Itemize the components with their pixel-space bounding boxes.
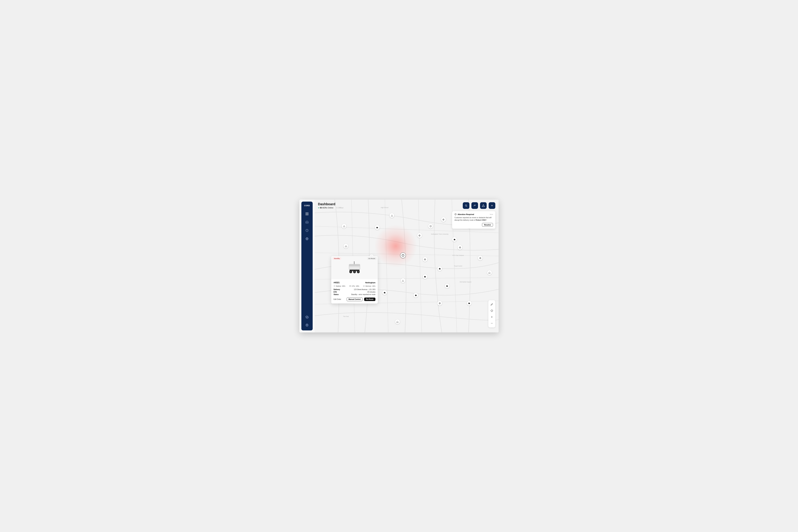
svg-rect-35 xyxy=(469,302,469,303)
map-home-marker[interactable] xyxy=(487,270,492,275)
svg-rect-56 xyxy=(349,264,360,266)
svg-point-71 xyxy=(491,310,493,312)
svg-rect-1 xyxy=(307,213,308,214)
nav-dashboard[interactable] xyxy=(305,211,309,216)
inbox-icon xyxy=(305,221,309,224)
svg-point-37 xyxy=(415,296,416,296)
svg-point-14 xyxy=(377,228,378,228)
route-icon xyxy=(473,204,476,207)
edit-order-link[interactable]: Edit Order xyxy=(334,298,341,300)
svg-point-9 xyxy=(465,205,467,206)
map-robot-marker[interactable] xyxy=(437,266,442,271)
svg-point-58 xyxy=(354,261,355,262)
svg-point-45 xyxy=(446,286,447,287)
robot-id: #4321 xyxy=(334,281,340,284)
map-robot-marker[interactable] xyxy=(382,290,387,295)
svg-point-8 xyxy=(307,324,307,325)
crosshair-icon xyxy=(490,309,493,312)
status-row: ●60 ADRs Online 5 Offline xyxy=(318,207,343,209)
notification-header: Attention Required Now xyxy=(454,213,493,215)
page-header: Dashboard ●60 ADRs Online 5 Offline xyxy=(318,202,343,209)
svg-rect-24 xyxy=(424,276,426,277)
gear-icon xyxy=(305,316,309,319)
map-tools xyxy=(488,300,495,327)
minus-icon xyxy=(490,322,493,325)
locate-tool[interactable] xyxy=(490,308,494,313)
map-package-marker[interactable] xyxy=(428,224,433,228)
alert-icon xyxy=(401,254,404,257)
svg-point-46 xyxy=(447,286,448,287)
online-dot-icon: ● xyxy=(318,207,319,209)
map-alert-marker[interactable] xyxy=(400,252,406,258)
nav-history[interactable] xyxy=(305,228,309,233)
nav-secondary xyxy=(305,315,309,327)
svg-point-25 xyxy=(424,277,425,278)
map-depot-marker[interactable] xyxy=(437,301,442,305)
svg-rect-69 xyxy=(350,286,350,286)
grid-icon xyxy=(305,212,309,215)
nav-globe[interactable] xyxy=(305,236,309,241)
map-depot-marker[interactable] xyxy=(458,245,462,250)
map-robot-marker[interactable] xyxy=(414,293,418,298)
map-robot-marker[interactable] xyxy=(467,301,472,305)
stat-online: ●60 ADRs Online xyxy=(318,207,334,209)
plus-icon xyxy=(490,316,493,319)
svg-rect-16 xyxy=(454,239,455,240)
eta-value: 20 minutes xyxy=(344,291,376,293)
svg-point-13 xyxy=(377,228,377,228)
svg-point-61 xyxy=(350,271,352,272)
search-button[interactable] xyxy=(463,202,470,209)
route-button[interactable] xyxy=(471,202,478,209)
nav-account[interactable] xyxy=(305,323,309,327)
warning-icon xyxy=(482,204,485,207)
svg-point-63 xyxy=(354,271,355,272)
reroute-button[interactable]: Re-Route xyxy=(364,298,376,301)
svg-rect-28 xyxy=(439,268,440,269)
main-area: Dashboard ●60 ADRs Online 5 Offline Atte… xyxy=(315,200,499,332)
svg-rect-43 xyxy=(384,292,384,292)
svg-rect-66 xyxy=(334,286,335,286)
svg-point-18 xyxy=(455,240,455,241)
map-robot-marker[interactable] xyxy=(445,284,450,288)
status-value: Standby - error reported en route xyxy=(344,293,376,296)
memory-icon xyxy=(363,285,365,287)
map-home-marker[interactable] xyxy=(395,320,400,324)
svg-rect-3 xyxy=(307,214,308,215)
add-button[interactable] xyxy=(489,202,495,209)
nav-settings[interactable] xyxy=(305,315,309,320)
plus-icon xyxy=(491,204,493,207)
zoom-in-button[interactable] xyxy=(490,315,494,319)
svg-rect-68 xyxy=(349,286,350,287)
alerts-button[interactable] xyxy=(480,202,487,209)
svg-rect-19 xyxy=(454,239,454,239)
svg-point-34 xyxy=(470,304,470,304)
map-depot-marker[interactable] xyxy=(417,233,422,238)
clock-icon xyxy=(305,229,309,232)
resolve-button[interactable]: Resolve xyxy=(482,223,493,227)
map-warning-marker[interactable] xyxy=(342,224,346,228)
map-warning-marker[interactable] xyxy=(390,213,394,218)
edit-tool[interactable] xyxy=(490,302,494,306)
nav-primary xyxy=(305,211,309,241)
pencil-icon xyxy=(490,303,493,306)
info-icon xyxy=(454,213,457,215)
badge-enroute: En Route xyxy=(367,258,377,260)
zoom-out-button[interactable] xyxy=(490,321,494,325)
map-depot-marker[interactable] xyxy=(441,217,446,222)
delivery-value: 123 Street Avenue , LS1 2ES xyxy=(344,289,376,290)
manual-control-button[interactable]: Manual Control xyxy=(347,297,362,301)
map-home-marker[interactable] xyxy=(344,244,348,248)
map-warning-marker[interactable] xyxy=(401,278,405,283)
map-robot-marker[interactable] xyxy=(423,274,428,279)
nav-inbox[interactable] xyxy=(305,220,309,225)
notification-time: Now xyxy=(490,213,493,215)
svg-rect-40 xyxy=(384,292,385,293)
svg-point-38 xyxy=(416,296,417,296)
svg-rect-2 xyxy=(306,214,307,215)
app-root: CORD Dashboard xyxy=(299,200,499,332)
map-depot-marker[interactable] xyxy=(423,257,428,262)
map-robot-marker[interactable] xyxy=(452,237,457,242)
map-robot-marker[interactable] xyxy=(375,225,380,230)
map-depot-marker[interactable] xyxy=(478,256,482,260)
globe-icon xyxy=(305,237,309,241)
